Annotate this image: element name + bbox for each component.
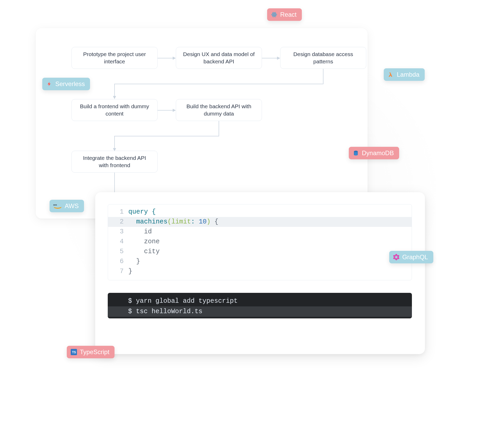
canvas: Prototype the project user interface Des… [13, 0, 485, 428]
editor-line: 6 } [108, 257, 412, 267]
arrow-icon [111, 121, 221, 152]
flow-node-build-backend: Build the backend API with dummy data [176, 99, 262, 121]
svg-marker-6 [173, 109, 176, 112]
graphql-editor: 1 query { 2 machines(limit: 10) { 3 id 4… [108, 204, 412, 280]
graphql-icon [393, 254, 400, 261]
svg-point-9 [274, 14, 275, 15]
arrow-icon [158, 54, 176, 62]
tag-typescript: TS TypeScript [67, 346, 115, 358]
flow-node-integrate: Integrate the backend API with frontend [71, 151, 158, 173]
tag-label: React [280, 11, 297, 18]
flow-node-label: Integrate the backend API with frontend [77, 154, 152, 169]
flow-node-label: Design database access patterns [286, 51, 360, 65]
svg-point-21 [396, 259, 397, 260]
editor-line: 1 query { [108, 207, 412, 217]
flow-node-label: Build a frontend with dummy content [77, 103, 152, 118]
flow-node-label: Prototype the project user interface [77, 51, 152, 65]
editor-gutter: 7 [108, 267, 128, 276]
react-icon [271, 11, 278, 18]
editor-gutter: 4 [108, 237, 128, 247]
flow-node-design-ux: Design UX and data model of backend API [176, 47, 262, 69]
tag-label: Lambda [397, 71, 419, 78]
flow-node-label: Build the backend API with dummy data [182, 103, 256, 118]
tag-graphql: GraphQL [389, 251, 433, 263]
svg-marker-4 [113, 96, 116, 99]
tag-react: React [267, 8, 302, 21]
arrow-icon [158, 106, 176, 114]
flow-node-build-frontend: Build a frontend with dummy content [71, 99, 158, 121]
editor-gutter: 5 [108, 247, 128, 257]
flow-node-design-db: Design database access patterns [280, 47, 366, 69]
terminal-line-active: $ tsc helloWorld.ts [108, 306, 412, 317]
tag-label: GraphQL [402, 253, 428, 261]
diagram-card: Prototype the project user interface Des… [36, 28, 368, 219]
tag-label: AWS [65, 202, 79, 210]
svg-point-22 [393, 258, 394, 259]
aws-icon: aws [53, 203, 62, 209]
tag-label: TypeScript [80, 348, 109, 356]
flow-node-label: Design UX and data model of backend API [182, 51, 256, 65]
editor-line-active: 2 machines(limit: 10) { [108, 217, 412, 227]
svg-marker-1 [173, 57, 176, 60]
editor-line: 7 } [108, 267, 412, 276]
editor-gutter: 1 [108, 207, 128, 217]
terminal-line: $ yarn global add typescript [108, 296, 412, 306]
tag-serverless: Serverless [42, 78, 90, 90]
svg-marker-3 [277, 57, 280, 60]
svg-text:aws: aws [53, 204, 57, 206]
svg-point-14 [354, 152, 358, 154]
editor-line: 3 id [108, 227, 412, 237]
serverless-icon [46, 81, 53, 87]
editor-line: 4 zone [108, 237, 412, 247]
svg-marker-7 [113, 148, 116, 151]
arrow-icon [262, 54, 280, 62]
editor-gutter: 2 [108, 217, 128, 227]
editor-gutter: 6 [108, 257, 128, 267]
typescript-icon: TS [70, 349, 77, 355]
svg-point-15 [354, 154, 358, 156]
terminal: $ yarn global add typescript $ tsc hello… [108, 293, 412, 318]
lambda-icon [387, 71, 394, 78]
code-card: 1 query { 2 machines(limit: 10) { 3 id 4… [95, 192, 425, 354]
dynamodb-icon [352, 150, 359, 156]
tag-dynamodb: DynamoDB [349, 147, 399, 159]
svg-text:TS: TS [72, 350, 76, 354]
svg-point-23 [393, 255, 394, 256]
arrow-icon [111, 69, 325, 100]
tag-label: Serverless [55, 80, 85, 88]
editor-gutter: 3 [108, 227, 128, 237]
svg-point-20 [398, 258, 399, 259]
tag-aws: aws AWS [50, 200, 84, 212]
tag-label: DynamoDB [362, 149, 394, 157]
svg-point-18 [396, 254, 397, 255]
tag-lambda: Lambda [384, 68, 425, 81]
flow-node-prototype-ui: Prototype the project user interface [71, 47, 158, 69]
svg-point-19 [398, 255, 399, 256]
editor-line: 5 city [108, 247, 412, 257]
